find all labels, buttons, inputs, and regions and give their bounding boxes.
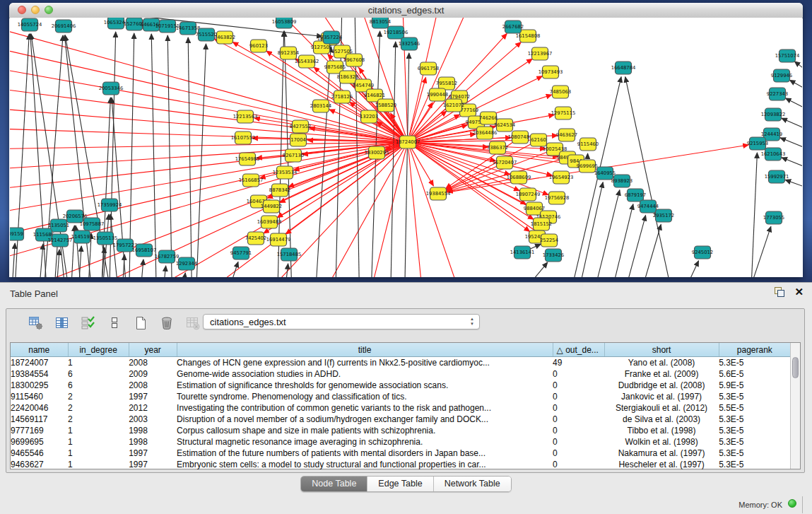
citation-edge-black[interactable] bbox=[188, 37, 192, 277]
column-header-in_degree[interactable]: in_degree bbox=[68, 343, 129, 357]
citation-edge-black[interactable] bbox=[741, 226, 771, 277]
graph-node[interactable]: 16914479 bbox=[266, 233, 291, 246]
graph-node[interactable]: 14136141 bbox=[510, 246, 535, 259]
graph-node[interactable]: 8938923 bbox=[611, 175, 632, 187]
select-all-icon[interactable] bbox=[80, 315, 97, 332]
graph-node[interactable]: 9115460 bbox=[577, 138, 599, 151]
table-row[interactable]: 1938455462009Genome-wide association stu… bbox=[11, 368, 791, 380]
citation-edge-black[interactable] bbox=[404, 53, 409, 277]
citation-edge-black[interactable] bbox=[225, 262, 238, 277]
graph-node[interactable]: 19756928 bbox=[545, 192, 570, 204]
column-header-name[interactable]: name bbox=[11, 343, 68, 357]
table-scrollbar[interactable] bbox=[790, 343, 800, 469]
graph-node[interactable]: 7386372 bbox=[487, 141, 508, 154]
graph-node[interactable]: 3624534 bbox=[494, 119, 515, 132]
table-row[interactable]: 969969511998Structural magnetic resonanc… bbox=[11, 436, 791, 448]
graph-node[interactable]: 17359924 bbox=[98, 199, 122, 211]
citation-edge-black[interactable] bbox=[782, 118, 802, 139]
citation-edge-black[interactable] bbox=[751, 153, 757, 277]
table-row[interactable]: 977716911998Corpus callosum shape and si… bbox=[11, 425, 791, 436]
graph-node[interactable]: 8267130 bbox=[283, 149, 304, 162]
graph-node[interactable]: 7515520 bbox=[196, 28, 217, 41]
graph-node[interactable]: 2967608 bbox=[343, 54, 365, 66]
citation-edge-red[interactable] bbox=[10, 142, 401, 149]
graph-node[interactable]: 9129946 bbox=[771, 69, 792, 82]
graph-node[interactable]: 12093822 bbox=[761, 108, 786, 121]
citation-edge-black[interactable] bbox=[284, 264, 288, 277]
citation-edge-black[interactable] bbox=[38, 244, 43, 277]
citation-edge-black[interactable] bbox=[625, 77, 674, 277]
table-row[interactable]: 946362711997Embryonic stem cells: a mode… bbox=[11, 459, 791, 470]
citation-edge-red[interactable] bbox=[10, 144, 401, 266]
table-row[interactable]: 1830029562008Estimation of significance … bbox=[11, 380, 791, 391]
graph-node[interactable]: 16107552 bbox=[231, 132, 256, 144]
graph-node[interactable]: 16053809 bbox=[272, 18, 297, 28]
graph-node[interactable]: 6879197 bbox=[625, 189, 646, 201]
graph-node[interactable]: 1990448 bbox=[427, 88, 448, 101]
column-header-short[interactable]: short bbox=[604, 343, 719, 357]
float-panel-icon[interactable] bbox=[775, 287, 784, 297]
graph-node[interactable]: 8813054 bbox=[370, 18, 391, 28]
graph-node[interactable]: 14055724 bbox=[18, 18, 42, 31]
graph-node[interactable]: 1145193 bbox=[71, 230, 93, 243]
citation-edge-black[interactable] bbox=[167, 35, 172, 277]
table-settings-icon[interactable] bbox=[28, 315, 45, 332]
citation-edge-black[interactable] bbox=[505, 262, 548, 277]
table-row[interactable]: 2242004622012Investigating the contribut… bbox=[11, 402, 791, 414]
column-header-out_de[interactable]: △ out_de... bbox=[553, 343, 604, 357]
graph-node[interactable]: 17004 bbox=[290, 134, 307, 146]
graph-node[interactable]: 20053346 bbox=[99, 82, 124, 95]
graph-node[interactable]: 10688609 bbox=[507, 171, 531, 184]
citation-edge-black[interactable] bbox=[786, 98, 802, 121]
graph-node[interactable]: 132203 bbox=[360, 110, 378, 123]
column-header-title[interactable]: title bbox=[177, 343, 553, 357]
table-row[interactable]: 1872400712008Changes of HCN gene express… bbox=[11, 357, 791, 369]
graph-node[interactable]: 16648784 bbox=[611, 62, 636, 74]
graph-node[interactable]: 7425402 bbox=[245, 232, 266, 245]
graph-node[interactable]: 1621072 bbox=[443, 99, 464, 112]
citation-edge-black[interactable] bbox=[390, 42, 396, 277]
tab-network-table[interactable]: Network Table bbox=[434, 477, 511, 491]
column-header-pagerank[interactable]: pagerank bbox=[719, 343, 790, 357]
citation-edge-black[interactable] bbox=[674, 261, 699, 277]
graph-node[interactable]: 10807487 bbox=[508, 131, 533, 144]
graph-node[interactable]: 1588520 bbox=[375, 99, 396, 112]
graph-node[interactable]: 9227343 bbox=[767, 88, 788, 100]
graph-node[interactable]: 16543362 bbox=[295, 55, 319, 68]
graph-node[interactable]: 6961758 bbox=[418, 62, 439, 75]
rows-icon[interactable] bbox=[106, 315, 123, 332]
tab-edge-table[interactable]: Edge Table bbox=[367, 477, 433, 491]
graph-node[interactable]: 9457791 bbox=[230, 247, 252, 259]
citation-edge-black[interactable] bbox=[789, 80, 802, 103]
citation-edge-black[interactable] bbox=[162, 266, 166, 277]
citation-edge-black[interactable] bbox=[100, 98, 110, 277]
graph-node[interactable]: 15992971 bbox=[765, 170, 789, 183]
citation-edge-red[interactable] bbox=[286, 146, 402, 234]
graph-node[interactable]: 12213967 bbox=[528, 47, 553, 60]
graph-node[interactable]: 17654985 bbox=[235, 153, 260, 165]
graph-node[interactable]: 20691406 bbox=[52, 20, 76, 33]
graph-node[interactable]: 15751074 bbox=[775, 49, 800, 62]
new-document-icon[interactable] bbox=[132, 315, 149, 332]
citation-edge-black[interactable] bbox=[785, 180, 802, 196]
graph-node[interactable]: 1773055 bbox=[763, 211, 784, 224]
graph-node[interactable]: 62160 bbox=[531, 134, 547, 146]
graph-node[interactable]: 8427552 bbox=[290, 120, 311, 133]
node-table[interactable]: namein_degreeyeartitle△ out_de...shortpa… bbox=[11, 343, 791, 470]
graph-node[interactable]: 39159 bbox=[10, 228, 24, 240]
graph-node[interactable]: 12213563 bbox=[233, 110, 258, 123]
citation-edge-red[interactable] bbox=[414, 115, 460, 139]
table-scrollbar-thumb[interactable] bbox=[792, 357, 799, 378]
column-header-year[interactable]: year bbox=[129, 343, 177, 357]
table-columns-icon[interactable] bbox=[54, 315, 71, 332]
citation-network-graph[interactable]: 1872400774638229601238912354165433621822… bbox=[10, 18, 802, 277]
graph-node[interactable]: 2667682 bbox=[502, 21, 524, 33]
graph-node[interactable]: 16720407 bbox=[493, 156, 517, 169]
graph-node[interactable]: 12975115 bbox=[551, 107, 576, 119]
graph-node[interactable]: 9215953 bbox=[747, 137, 768, 150]
graph-node[interactable]: 1449822 bbox=[261, 200, 282, 213]
graph-node[interactable]: 2935172 bbox=[653, 209, 674, 222]
table-row[interactable]: 911546021997Tourette syndrome. Phenomeno… bbox=[11, 391, 791, 402]
graph-node[interactable]: 1815152 bbox=[531, 218, 552, 230]
network-view-window[interactable]: citations_edges.txt 18724007746382296012… bbox=[9, 3, 803, 277]
